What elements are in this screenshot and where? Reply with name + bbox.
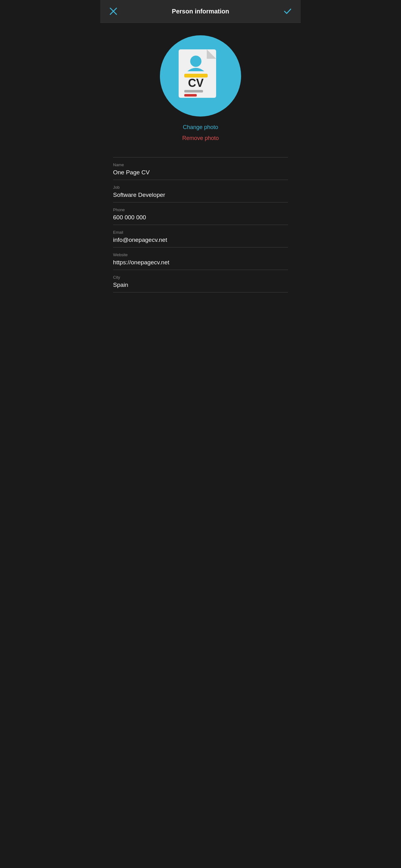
field-value-job: Software Developer xyxy=(113,191,288,198)
field-label-name: Name xyxy=(113,162,288,167)
avatar[interactable]: CV xyxy=(160,35,241,117)
field-value-email: info@onepagecv.net xyxy=(113,237,288,243)
avatar-section: CV Change photo Remove photo xyxy=(106,35,295,145)
form-field[interactable]: Emailinfo@onepagecv.net xyxy=(113,225,288,247)
svg-rect-8 xyxy=(184,94,197,97)
close-button[interactable] xyxy=(108,6,119,17)
field-label-email: Email xyxy=(113,230,288,235)
main-content: CV Change photo Remove photo NameOne Pag… xyxy=(100,23,301,305)
form-field[interactable]: Websitehttps://onepagecv.net xyxy=(113,247,288,270)
field-label-website: Website xyxy=(113,252,288,257)
form-field[interactable]: CitySpain xyxy=(113,270,288,292)
field-label-job: Job xyxy=(113,185,288,190)
header: Person information xyxy=(100,0,301,23)
svg-rect-7 xyxy=(184,90,203,92)
confirm-button[interactable] xyxy=(282,6,293,17)
page-title: Person information xyxy=(119,8,282,15)
form-field[interactable]: Phone600 000 000 xyxy=(113,203,288,225)
form-section: NameOne Page CVJobSoftware DeveloperPhon… xyxy=(113,157,288,292)
form-field[interactable]: NameOne Page CV xyxy=(113,157,288,180)
field-value-website: https://onepagecv.net xyxy=(113,259,288,266)
form-field[interactable]: JobSoftware Developer xyxy=(113,180,288,203)
field-value-phone: 600 000 000 xyxy=(113,214,288,221)
svg-point-4 xyxy=(190,56,201,67)
field-value-city: Spain xyxy=(113,281,288,288)
field-label-phone: Phone xyxy=(113,208,288,212)
change-photo-button[interactable]: Change photo xyxy=(183,124,218,131)
field-value-name: One Page CV xyxy=(113,169,288,176)
remove-photo-button[interactable]: Remove photo xyxy=(182,135,219,142)
field-label-city: City xyxy=(113,275,288,280)
svg-text:CV: CV xyxy=(188,76,204,89)
